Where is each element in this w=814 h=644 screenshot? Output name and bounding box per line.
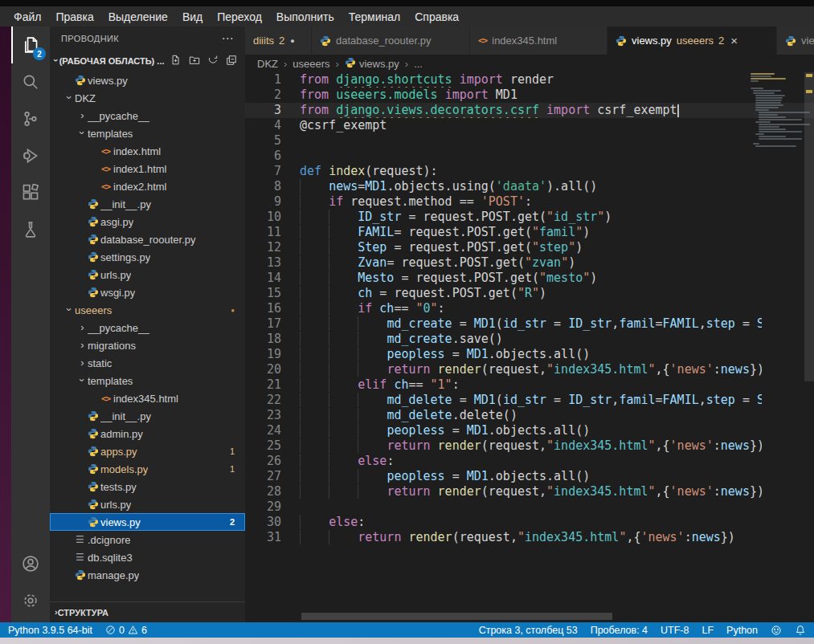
code-line-text[interactable]: from django.views.decorators.csrf import… xyxy=(281,103,762,118)
breadcrumb-item-...[interactable]: ... xyxy=(414,58,423,70)
tree-item-views.py[interactable]: views.py xyxy=(50,71,245,89)
tree-item-index2.html[interactable]: <>index2.html xyxy=(50,177,245,195)
collapse-all-icon[interactable] xyxy=(226,55,237,67)
code-line-text[interactable] xyxy=(281,499,762,515)
minimap[interactable] xyxy=(749,73,804,148)
tab-vie[interactable]: vie xyxy=(777,26,814,55)
code-line-text[interactable]: Mesto = request.POST.get("mesto") xyxy=(281,271,762,286)
code-line-text[interactable]: else: xyxy=(281,515,762,530)
language-mode[interactable]: Python xyxy=(726,625,758,636)
code-line-text[interactable]: from django.shortcuts import render xyxy=(281,72,762,88)
indentation-status[interactable]: Пробелов: 4 xyxy=(591,625,648,636)
menu-item-Файл[interactable]: Файл xyxy=(6,10,48,24)
explorer-icon[interactable]: 2 xyxy=(11,26,50,63)
code-line-text[interactable]: peopless = MD1.objects.all() xyxy=(281,423,762,438)
extensions-icon[interactable] xyxy=(11,174,50,211)
menu-item-Выполнить[interactable]: Выполнить xyxy=(269,10,342,24)
tree-item-index345.html[interactable]: <>index345.html xyxy=(50,389,245,407)
tree-item-database_roouter.py[interactable]: database_roouter.py xyxy=(50,230,245,248)
code-line-text[interactable]: return render(request,"index345.html",{'… xyxy=(281,362,762,377)
search-icon[interactable] xyxy=(11,63,50,100)
cursor-position[interactable]: Строка 3, столбец 53 xyxy=(479,625,578,636)
code-line-text[interactable]: md_delete = MD1(id_str = ID_str,famil=FA… xyxy=(281,393,762,408)
tree-item-apps.py[interactable]: apps.py1 xyxy=(50,442,245,460)
tree-item-urls.py[interactable]: urls.py xyxy=(50,266,245,283)
tab-views.py[interactable]: views.pyuseeers2× xyxy=(607,26,777,55)
close-icon[interactable]: × xyxy=(730,35,738,47)
horizontal-scrollbar[interactable] xyxy=(301,613,612,620)
tree-item-DKZ[interactable]: ›DKZ xyxy=(50,89,245,107)
tree-item-templates[interactable]: ›templates xyxy=(50,372,245,389)
code-line-text[interactable]: def index(request): xyxy=(281,164,762,179)
tree-item-__init__.py[interactable]: __init__.py xyxy=(50,407,245,425)
problems-status[interactable]: 06 xyxy=(105,625,147,636)
tree-item-db.sqlite3[interactable]: ☰db.sqlite3 xyxy=(50,548,245,566)
code-line-text[interactable]: md_create = MD1(id_str = ID_str,famil=FA… xyxy=(281,316,762,332)
tree-item-templates[interactable]: ›templates xyxy=(50,124,245,142)
tree-item-.dcignore[interactable]: ☰.dcignore xyxy=(50,531,245,548)
new-folder-icon[interactable] xyxy=(189,55,200,67)
outline-section-header[interactable]: › СТРУКТУРА xyxy=(50,601,245,622)
code-line-text[interactable]: if ch== "0": xyxy=(281,301,762,316)
code-line-text[interactable]: Step = request.POST.get("step") xyxy=(281,240,762,255)
tab-index345.html[interactable]: <>index345.html xyxy=(470,26,607,55)
tree-item-index1.html[interactable]: <>index1.html xyxy=(50,160,245,177)
tree-item-__pycache__[interactable]: ›__pycache__ xyxy=(50,107,245,124)
breadcrumb-item-views.py[interactable]: views.py xyxy=(345,57,399,71)
encoding-status[interactable]: UTF-8 xyxy=(661,625,689,636)
tab-diiits[interactable]: diiits2● xyxy=(245,26,312,55)
tree-item-asgi.py[interactable]: asgi.py xyxy=(50,213,245,230)
python-interpreter-status[interactable]: Python 3.9.5 64-bit xyxy=(8,625,92,636)
tree-item-useeers[interactable]: ›useeers● xyxy=(50,301,245,319)
notifications-bell-icon[interactable] xyxy=(795,625,806,636)
tree-item-tests.py[interactable]: tests.py xyxy=(50,478,245,495)
code-line-text[interactable]: peopless = MD1.objects.all() xyxy=(281,469,762,484)
code-line-text[interactable]: ch = request.POST.get("R") xyxy=(281,286,762,301)
code-line-text[interactable] xyxy=(281,133,762,149)
code-line-text[interactable]: @csrf_exempt xyxy=(281,118,762,133)
code-line-text[interactable]: if request.method == 'POST': xyxy=(281,194,762,210)
menu-item-Правка[interactable]: Правка xyxy=(48,10,100,24)
tree-item-urls.py[interactable]: urls.py xyxy=(50,495,245,513)
tree-item-settings.py[interactable]: settings.py xyxy=(50,248,245,266)
code-line-text[interactable]: Zvan= request.POST.get("zvan") xyxy=(281,255,762,271)
tree-item-static[interactable]: ›static xyxy=(50,354,245,372)
code-line-text[interactable]: peopless = MD1.objects.all() xyxy=(281,347,762,362)
tree-item-manage.py[interactable]: manage.py xyxy=(50,566,245,584)
tree-item-migrations[interactable]: ›migrations xyxy=(50,336,245,354)
menu-item-Выделение[interactable]: Выделение xyxy=(101,10,175,24)
code-line-text[interactable]: return render(request,"index345.html",{'… xyxy=(281,484,762,499)
sidebar-more-actions-icon[interactable]: ⋯ xyxy=(222,31,234,46)
tree-item-views.py[interactable]: views.py2 xyxy=(50,513,245,531)
workspace-section-header[interactable]: › (РАБОЧАЯ ОБЛАСТЬ) ... xyxy=(50,51,245,71)
code-line-text[interactable]: return render(request,"index345.html",{'… xyxy=(281,438,762,454)
eol-status[interactable]: LF xyxy=(702,625,714,636)
vertical-scrollbar[interactable] xyxy=(804,72,814,622)
tree-item-__init__.py[interactable]: __init__.py xyxy=(50,195,245,213)
menu-item-Справка[interactable]: Справка xyxy=(407,10,466,24)
code-line-text[interactable]: from useeers.models import MD1 xyxy=(281,88,762,103)
vertical-scrollbar-slider[interactable] xyxy=(804,72,814,381)
source-control-icon[interactable] xyxy=(11,100,50,137)
code-line-text[interactable]: FAMIL= request.POST.get("famil") xyxy=(281,225,762,240)
tree-item-wsgi.py[interactable]: wsgi.py xyxy=(50,283,245,301)
tree-item-models.py[interactable]: models.py1 xyxy=(50,460,245,478)
code-line-text[interactable]: md_delete.delete() xyxy=(281,408,762,423)
code-line-text[interactable]: news=MD1.objects.using('daata').all() xyxy=(281,179,762,194)
code-line-text[interactable]: elif ch== "1": xyxy=(281,377,762,393)
breadcrumb-item-DKZ[interactable]: DKZ xyxy=(257,58,278,70)
breadcrumb-item-useeers[interactable]: useeers xyxy=(292,58,329,70)
menu-item-Вид[interactable]: Вид xyxy=(175,10,210,24)
refresh-icon[interactable] xyxy=(207,55,219,67)
new-file-icon[interactable] xyxy=(170,55,182,67)
code-line-text[interactable]: md_create.save() xyxy=(281,332,762,347)
code-line-text[interactable]: else: xyxy=(281,454,762,469)
code-line-text[interactable]: ID_str = request.POST.get("id_str") xyxy=(281,210,762,225)
code-line-text[interactable]: return render(request,"index345.html",{'… xyxy=(281,530,762,545)
tab-database_roouter.py[interactable]: database_roouter.py xyxy=(312,26,470,55)
run-debug-icon[interactable] xyxy=(11,137,50,174)
testing-icon[interactable] xyxy=(11,211,50,248)
menu-item-Терминал[interactable]: Терминал xyxy=(342,10,407,24)
tree-item-__pycache__[interactable]: ›__pycache__ xyxy=(50,319,245,336)
menu-item-Переход[interactable]: Переход xyxy=(210,10,269,24)
